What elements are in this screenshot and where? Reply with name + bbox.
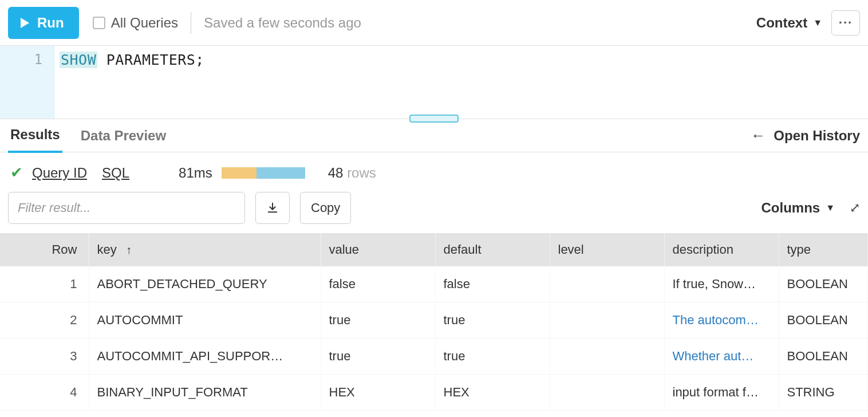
cell-rownum: 2 [0,302,89,339]
editor-gutter: 1 [0,46,55,119]
cell-description: input format f… [664,375,779,411]
cell-level [550,302,664,339]
cell-value: false [321,266,435,302]
col-header-description[interactable]: description [664,233,779,266]
play-icon [21,18,29,28]
success-check-icon: ✔ [10,164,23,182]
cell-level [550,339,664,375]
sql-keyword: SHOW [60,52,97,68]
table-row[interactable]: 4BINARY_INPUT_FORMATHEXHEXinput format f… [0,375,868,411]
col-header-level[interactable]: level [550,233,664,266]
columns-label: Columns [761,200,820,216]
cell-rownum: 1 [0,266,89,302]
results-table-wrap: Row key ↑ value default level descriptio… [0,233,868,411]
cell-type: BOOLEAN [779,266,868,302]
cell-description: If true, Snow… [664,266,779,302]
columns-dropdown[interactable]: Columns ▼ [761,200,835,216]
copy-button[interactable]: Copy [300,192,351,224]
more-button[interactable]: ··· [831,10,860,36]
run-label: Run [37,15,64,31]
timing-segment-exec [257,167,305,179]
col-header-value[interactable]: value [321,233,435,266]
editor-code[interactable]: SHOW PARAMETERS; [55,46,204,119]
sql-terminator: ; [195,52,204,68]
sql-editor[interactable]: 1 SHOW PARAMETERS; [0,46,868,119]
context-label: Context [756,15,807,31]
top-toolbar: Run All Queries Saved a few seconds ago … [0,0,868,46]
all-queries-label: All Queries [111,15,178,31]
cell-description: The autocom… [664,302,779,339]
result-tabs: Results Data Preview ← Open History [0,119,868,152]
line-number: 1 [34,52,42,68]
cell-level [550,375,664,411]
query-id-link[interactable]: Query ID [32,165,87,181]
col-header-key-label: key [97,242,117,257]
saved-status: Saved a few seconds ago [204,15,361,31]
all-queries-input[interactable] [93,17,105,29]
table-header-row: Row key ↑ value default level descriptio… [0,233,868,266]
filter-result-input[interactable] [8,192,245,224]
arrow-left-icon: ← [751,127,766,144]
cell-default: false [435,266,550,302]
col-header-row[interactable]: Row [0,233,89,266]
tab-results[interactable]: Results [8,119,62,153]
chevron-down-icon: ▼ [813,18,822,28]
cell-key: AUTOCOMMIT_API_SUPPOR… [89,339,321,375]
cell-value: true [321,339,435,375]
cell-type: BOOLEAN [779,339,868,375]
sort-asc-icon: ↑ [126,243,132,256]
cell-default: true [435,302,550,339]
query-duration: 81ms [179,165,212,181]
open-history-label: Open History [774,128,860,144]
timing-segment-compile [222,167,257,179]
cell-rownum: 4 [0,375,89,411]
cell-value: true [321,302,435,339]
cell-rownum: 3 [0,339,89,375]
run-button[interactable]: Run [8,7,79,39]
sql-link[interactable]: SQL [102,165,129,181]
filter-row-right: Columns ▼ ⤢ [761,200,860,216]
cell-level [550,266,664,302]
filter-row: Copy Columns ▼ ⤢ [0,192,868,233]
cell-default: true [435,339,550,375]
table-row[interactable]: 1ABORT_DETACHED_QUERYfalsefalseIf true, … [0,266,868,302]
query-status-row: ✔ Query ID SQL 81ms 48 rows [0,152,868,192]
context-dropdown[interactable]: Context ▼ [756,15,822,31]
cell-type: STRING [779,375,868,411]
pane-resize-handle[interactable] [409,115,459,123]
cell-default: HEX [435,375,550,411]
chevron-down-icon: ▼ [826,203,835,213]
cell-value: HEX [321,375,435,411]
toolbar-separator [191,12,191,34]
row-count-number: 48 [328,165,344,180]
all-queries-checkbox[interactable]: All Queries [90,15,178,31]
cell-key: AUTOCOMMIT [89,302,321,339]
expand-icon[interactable]: ⤢ [850,200,860,215]
toolbar-right: Context ▼ ··· [756,10,860,36]
timing-bar [222,167,305,179]
download-icon [266,202,279,214]
row-count-label: rows [347,165,376,180]
cell-key: ABORT_DETACHED_QUERY [89,266,321,302]
open-history-button[interactable]: ← Open History [751,127,860,144]
table-row[interactable]: 2AUTOCOMMITtruetrueThe autocom…BOOLEAN [0,302,868,339]
col-header-key[interactable]: key ↑ [89,233,321,266]
row-count: 48 rows [328,165,376,181]
download-button[interactable] [255,192,290,224]
sql-identifier: PARAMETERS [106,52,196,68]
col-header-type[interactable]: type [779,233,868,266]
tab-data-preview[interactable]: Data Preview [78,120,168,152]
table-row[interactable]: 3AUTOCOMMIT_API_SUPPOR…truetrueWhether a… [0,339,868,375]
col-header-default[interactable]: default [435,233,550,266]
cell-description: Whether aut… [664,339,779,375]
cell-key: BINARY_INPUT_FORMAT [89,375,321,411]
cell-type: BOOLEAN [779,302,868,339]
results-table: Row key ↑ value default level descriptio… [0,233,868,411]
